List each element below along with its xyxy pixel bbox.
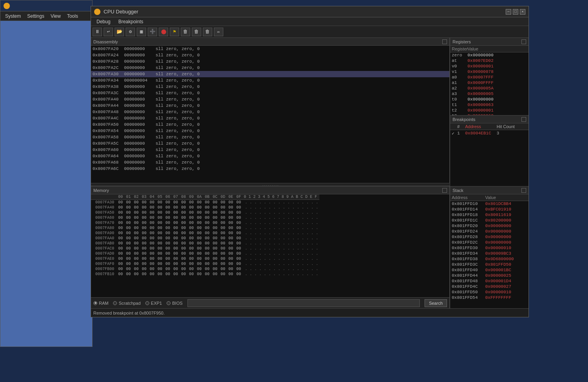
grid-button[interactable]: ▦: [137, 28, 146, 36]
radio-exp1-label: EXP1: [151, 301, 162, 306]
disassembly-row[interactable]: 0x8007FA2400000000sll zero, zero, 0: [91, 52, 449, 58]
memory-row[interactable]: 0007FA9000000000000000000000000000000000…: [91, 231, 319, 236]
breakpoints-content[interactable]: # Address Hit Count ✓10x8004EB1C3: [450, 123, 529, 186]
menu-debug[interactable]: Debug: [93, 18, 114, 25]
bg-menu-view[interactable]: View: [47, 13, 64, 20]
register-row: t00x00000000: [450, 97, 529, 102]
disassembly-row[interactable]: 0x8007FA4400000000sll zero, zero, 0: [91, 102, 449, 109]
delete3-button[interactable]: 🗑: [203, 28, 212, 36]
panel-divider[interactable]: .........: [91, 183, 450, 186]
disassembly-row[interactable]: 0x8007FA4C00000000sll zero, zero, 0: [91, 115, 449, 121]
memory-row[interactable]: 0007FA4000000000000000000000000000000000…: [91, 205, 319, 210]
disassembly-content[interactable]: 0x8007FA2000000000sll zero, zero, 00x800…: [91, 46, 449, 183]
edit-button[interactable]: ✏: [214, 28, 223, 36]
memory-icon[interactable]: [442, 188, 447, 193]
bg-menu-settings[interactable]: Settings: [24, 13, 47, 20]
registers-icon[interactable]: [521, 39, 526, 44]
pause-button[interactable]: ⏸: [93, 28, 102, 36]
bp-col-addr: Address: [465, 124, 497, 129]
memory-row[interactable]: 0007FAE000000000000000000000000000000000…: [91, 256, 319, 261]
disassembly-row[interactable]: 0x8007FA3000000000sll zero, zero, 0: [91, 71, 449, 77]
register-row: v00x00000001: [450, 63, 529, 69]
stack-row: 0x801FFD280x00000000: [450, 234, 529, 240]
memory-table-container[interactable]: 000102030405060708090A0B0C0D0E0F0 1 2 3 …: [91, 194, 449, 297]
open-button[interactable]: 📂: [115, 28, 124, 36]
disassembly-row[interactable]: 0x8007FA5C00000000sll zero, zero, 0: [91, 140, 449, 147]
search-button[interactable]: Search: [425, 299, 447, 307]
disassembly-row[interactable]: 0x8007FA3800000000sll zero, zero, 0: [91, 84, 449, 90]
memory-row[interactable]: 0007FA7000000000000000000000000000000000…: [91, 220, 319, 225]
main-titlebar: CPU Debugger ─ □ ✕: [91, 6, 529, 17]
memory-row[interactable]: 0007FAC000000000000000000000000000000000…: [91, 246, 319, 251]
step-button[interactable]: ↩: [104, 28, 113, 36]
stack-content[interactable]: Address Value 0x801FFD100x801DCBB40x801F…: [450, 194, 529, 308]
bg-menu-system[interactable]: System: [2, 13, 24, 20]
close-button[interactable]: ✕: [520, 9, 525, 15]
memory-row[interactable]: 0007FAA000000000000000000000000000000000…: [91, 236, 319, 241]
stack-row: 0x801FFD4C0x00000027: [450, 284, 529, 289]
maximize-button[interactable]: □: [513, 9, 518, 15]
registers-content[interactable]: Register Value zero0x00000000at0x8007ED0…: [450, 46, 529, 115]
radio-bios-circle: [167, 301, 171, 305]
register-row: a10x0000FFFF: [450, 80, 529, 86]
reg-col-register: Register: [452, 47, 467, 51]
stack-row: 0x801FFD500x00000010: [450, 289, 529, 295]
stack-icon[interactable]: [521, 188, 526, 193]
window-title: CPU Debugger: [104, 9, 138, 15]
memory-row[interactable]: 0007FB1000000000000000000000000000000000…: [91, 272, 319, 277]
register-row: v10x00000078: [450, 69, 529, 75]
bp-col-count: Hit Count: [497, 124, 527, 129]
breakpoint-row[interactable]: ✓10x8004EB1C3: [450, 130, 529, 136]
left-panels: Disassembly 0x8007FA2000000000sll zero, …: [91, 38, 450, 308]
disassembly-icon[interactable]: [442, 39, 447, 44]
disassembly-row[interactable]: 0x8007FA2800000000sll zero, zero, 0: [91, 58, 449, 65]
memory-row[interactable]: 0007FAB000000000000000000000000000000000…: [91, 241, 319, 246]
record-button[interactable]: ⬤: [159, 28, 168, 36]
disassembly-row[interactable]: 0x8007FA4800000000sll zero, zero, 0: [91, 109, 449, 115]
memory-row[interactable]: 0007FA3000000000000000000000000000000000…: [91, 200, 319, 205]
memory-row[interactable]: 0007FAF000000000000000000000000000000000…: [91, 261, 319, 266]
warning-button[interactable]: ⚑: [170, 28, 179, 36]
memory-panel: Memory 000102030405060708090A0B0C0D0E0F0…: [91, 186, 450, 308]
breakpoints-panel: Breakpoints # Address Hit Count ✓10x8004…: [450, 115, 529, 186]
settings-button[interactable]: ⚙: [126, 28, 135, 36]
delete2-button[interactable]: 🗑: [192, 28, 201, 36]
radio-scratchpad-circle: [113, 301, 117, 305]
memory-header: Memory: [91, 186, 449, 194]
memory-row[interactable]: 0007FA5000000000000000000000000000000000…: [91, 210, 319, 215]
disassembly-row[interactable]: 0x8007FA4000000000sll zero, zero, 0: [91, 96, 449, 102]
breakpoints-icon[interactable]: [521, 117, 526, 122]
memory-row[interactable]: 0007FA8000000000000000000000000000000000…: [91, 225, 319, 231]
memory-row[interactable]: 0007FAD000000000000000000000000000000000…: [91, 251, 319, 256]
bg-menu-tools[interactable]: Tools: [64, 13, 81, 20]
add-button[interactable]: ➕: [148, 28, 157, 36]
radio-exp1[interactable]: EXP1: [145, 301, 162, 306]
radio-bios[interactable]: BIOS: [167, 301, 182, 306]
register-row: a20x0000005A: [450, 86, 529, 91]
register-row: zero0x00000000: [450, 52, 529, 58]
disassembly-row[interactable]: 0x8007FA3C00000000sll zero, zero, 0: [91, 90, 449, 96]
disassembly-row[interactable]: 0x8007FA5000000000sll zero, zero, 0: [91, 121, 449, 128]
disassembly-row[interactable]: 0x8007FA6800000000sll zero, zero, 0: [91, 159, 449, 166]
disassembly-row[interactable]: 0x8007FA6000000000sll zero, zero, 0: [91, 147, 449, 153]
menu-breakpoints[interactable]: Breakpoints: [114, 18, 147, 25]
registers-header: Registers: [450, 38, 529, 46]
search-input[interactable]: [187, 299, 420, 307]
background-window: System Settings View Tools: [0, 0, 93, 347]
breakpoints-title: Breakpoints: [453, 117, 475, 122]
disassembly-row[interactable]: 0x8007FA5400000000sll zero, zero, 0: [91, 128, 449, 134]
minimize-button[interactable]: ─: [506, 9, 511, 15]
radio-ram-label: RAM: [99, 301, 108, 306]
disassembly-row[interactable]: 0x8007FA5800000000sll zero, zero, 0: [91, 134, 449, 140]
radio-scratchpad[interactable]: Scratchpad: [113, 301, 141, 306]
disassembly-row[interactable]: 0x8007FA2000000000sll zero, zero, 0: [91, 46, 449, 52]
memory-row[interactable]: 0007FA6000000000000000000000000000000000…: [91, 215, 319, 220]
disassembly-row[interactable]: 0x8007FA34000000004sll zero, zero, 0: [91, 77, 449, 84]
delete1-button[interactable]: 🗑: [181, 28, 190, 36]
disassembly-row[interactable]: 0x8007FA6C00000000sll zero, zero, 0: [91, 166, 449, 172]
memory-row[interactable]: 0007FB0000000000000000000000000000000000…: [91, 266, 319, 272]
app-icon: [94, 9, 100, 15]
radio-ram[interactable]: RAM: [93, 301, 108, 306]
disassembly-row[interactable]: 0x8007FA2C00000000sll zero, zero, 0: [91, 65, 449, 71]
disassembly-row[interactable]: 0x8007FA6400000000sll zero, zero, 0: [91, 153, 449, 159]
